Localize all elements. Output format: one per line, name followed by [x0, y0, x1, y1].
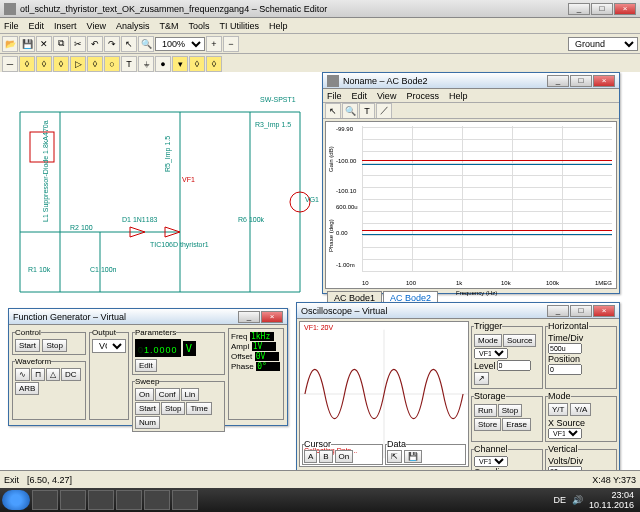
menu-file[interactable]: File [4, 21, 19, 31]
stop-button[interactable]: Stop [498, 404, 522, 417]
schematic-canvas[interactable]: SW-SPST1 R3_Imp 1.5 VF1 D1 1N1183 TIC106… [0, 72, 340, 312]
find-icon[interactable]: 🔍 [138, 36, 154, 52]
wave-arb-button[interactable]: ARB [15, 382, 39, 395]
net-icon[interactable]: ● [155, 56, 171, 72]
menu-tools[interactable]: Tools [188, 21, 209, 31]
task-item[interactable] [88, 490, 114, 510]
gnd-icon[interactable]: ⏚ [138, 56, 154, 72]
fg-min-button[interactable]: _ [238, 311, 260, 323]
sweep-conf-button[interactable]: Conf [155, 388, 180, 401]
hpos-input[interactable] [548, 364, 582, 375]
task-item[interactable] [172, 490, 198, 510]
fg-ampl[interactable]: 1V [252, 342, 276, 351]
fg-offset[interactable]: 0V [255, 352, 279, 361]
fg-start-button[interactable]: Start [15, 339, 40, 352]
bode-window[interactable]: Noname – AC Bode2 _ □ × File Edit View P… [322, 72, 620, 294]
store-button[interactable]: Store [474, 418, 501, 431]
oscilloscope-window[interactable]: Oscilloscope – Virtual _ □ × VF1: 20V Co… [296, 302, 620, 472]
zoom-out-icon[interactable]: − [223, 36, 239, 52]
bode-menu-process[interactable]: Process [406, 91, 439, 101]
task-item[interactable] [60, 490, 86, 510]
comp-l-icon[interactable]: ◊ [53, 56, 69, 72]
wire-icon[interactable]: ─ [2, 56, 18, 72]
menu-ti[interactable]: TI Utilities [219, 21, 259, 31]
sweep-time-button[interactable]: Time [186, 402, 211, 415]
comp-d-icon[interactable]: ▷ [70, 56, 86, 72]
fg-freq[interactable]: 1kHz [250, 332, 274, 341]
tray-lang[interactable]: DE [553, 495, 566, 505]
cursor-a-button[interactable]: A [304, 450, 317, 463]
zoom-select[interactable]: 100% [155, 37, 205, 51]
trig-level-input[interactable] [497, 360, 531, 371]
osc-screen[interactable]: VF1: 20V Collecting Data... Cursor A B O… [299, 321, 469, 467]
xsource-select[interactable]: VF1 [548, 428, 582, 439]
bode-max-button[interactable]: □ [570, 75, 592, 87]
minimize-button[interactable]: _ [568, 3, 590, 15]
mode-yt-button[interactable]: Y/T [548, 403, 568, 416]
fg-phase[interactable]: 0° [256, 362, 280, 371]
sweep-stop-button[interactable]: Stop [161, 402, 185, 415]
undo-icon[interactable]: ↶ [87, 36, 103, 52]
menu-tm[interactable]: T&M [159, 21, 178, 31]
task-item[interactable] [32, 490, 58, 510]
bode-line-icon[interactable]: ／ [376, 103, 392, 119]
bode-plot[interactable]: Gain (dB) Phase (deg) -99.90 -100.00 -10… [325, 121, 617, 289]
cut-icon[interactable]: ✂ [70, 36, 86, 52]
trig-mode-button[interactable]: Mode [474, 334, 502, 347]
maximize-button[interactable]: □ [591, 3, 613, 15]
funcgen-window[interactable]: Function Generator – Virtual _ × Control… [8, 308, 288, 426]
menu-analysis[interactable]: Analysis [116, 21, 150, 31]
save-icon[interactable]: 💾 [19, 36, 35, 52]
ground-select[interactable]: Ground [568, 37, 638, 51]
menu-insert[interactable]: Insert [54, 21, 77, 31]
erase-button[interactable]: Erase [502, 418, 531, 431]
sweep-start-button[interactable]: Start [135, 402, 160, 415]
comp-q-icon[interactable]: ◊ [87, 56, 103, 72]
sweep-on-button[interactable]: On [135, 388, 154, 401]
text-icon[interactable]: T [121, 56, 137, 72]
osc-close-button[interactable]: × [593, 305, 615, 317]
comp-src-icon[interactable]: ○ [104, 56, 120, 72]
sweep-lin-button[interactable]: Lin [181, 388, 200, 401]
task-item[interactable] [144, 490, 170, 510]
start-button[interactable] [2, 490, 30, 510]
trig-source-select[interactable]: VF1 [474, 348, 508, 359]
bode-min-button[interactable]: _ [547, 75, 569, 87]
bode-zoom-icon[interactable]: 🔍 [342, 103, 358, 119]
bode-menu-help[interactable]: Help [449, 91, 468, 101]
bode-menu-edit[interactable]: Edit [352, 91, 368, 101]
pointer-icon[interactable]: ↖ [121, 36, 137, 52]
wave-dc-button[interactable]: DC [61, 368, 81, 381]
close-button[interactable]: × [614, 3, 636, 15]
bode-menu-view[interactable]: View [377, 91, 396, 101]
osc-min-button[interactable]: _ [547, 305, 569, 317]
copy-icon[interactable]: ⧉ [53, 36, 69, 52]
zoom-in-icon[interactable]: + [206, 36, 222, 52]
fg-output-select[interactable]: VG1 [92, 339, 126, 353]
cursor-on-button[interactable]: On [335, 450, 354, 463]
menu-view[interactable]: View [87, 21, 106, 31]
taskbar[interactable]: DE 🔊 23:04 10.11.2016 [0, 488, 640, 512]
data-export-icon[interactable]: ⇱ [387, 450, 402, 463]
osc-max-button[interactable]: □ [570, 305, 592, 317]
gen-icon[interactable]: ◊ [206, 56, 222, 72]
fg-close-button[interactable]: × [261, 311, 283, 323]
tray-speaker-icon[interactable]: 🔊 [572, 495, 583, 505]
trig-source-button[interactable]: Source [503, 334, 536, 347]
wave-sine-icon[interactable]: ∿ [15, 368, 30, 381]
bode-text-icon[interactable]: T [359, 103, 375, 119]
menu-edit[interactable]: Edit [29, 21, 45, 31]
channel-select[interactable]: VF1 [474, 456, 508, 467]
cursor-b-button[interactable]: B [319, 450, 332, 463]
wave-tri-icon[interactable]: △ [46, 368, 60, 381]
run-button[interactable]: Run [474, 404, 497, 417]
bode-close-button[interactable]: × [593, 75, 615, 87]
task-item[interactable] [116, 490, 142, 510]
trig-edge-icon[interactable]: ↗ [474, 372, 489, 385]
bode-tool-icon[interactable]: ↖ [325, 103, 341, 119]
data-save-icon[interactable]: 💾 [404, 450, 422, 463]
comp-c-icon[interactable]: ◊ [36, 56, 52, 72]
close-file-icon[interactable]: ✕ [36, 36, 52, 52]
open-icon[interactable]: 📂 [2, 36, 18, 52]
probe-icon[interactable]: ▾ [172, 56, 188, 72]
